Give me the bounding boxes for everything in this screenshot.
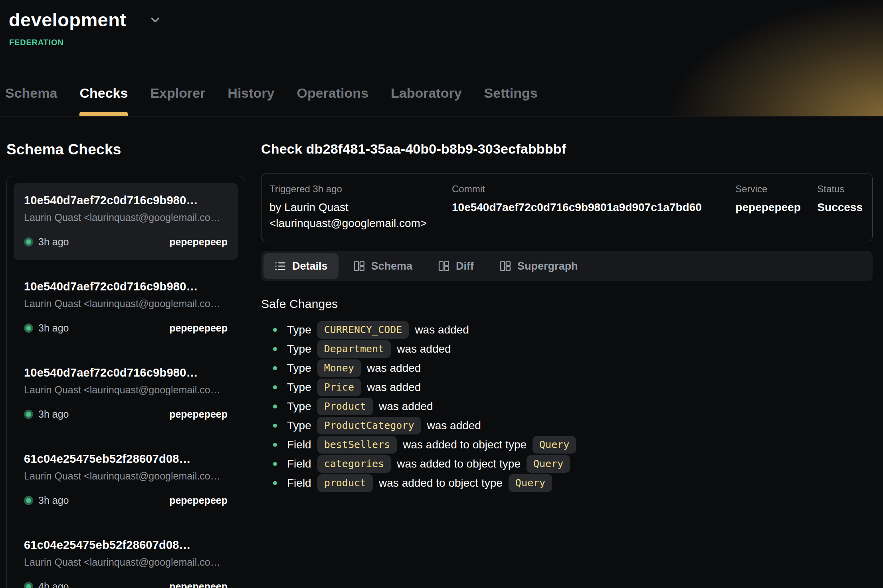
change-text: was added [397,343,451,355]
check-service: pepepepeep [169,236,228,248]
project-type-badge: FEDERATION [9,38,883,47]
change-code-badge: CURRENCY_CODE [317,321,409,339]
view-tab-details[interactable]: Details [263,253,339,279]
change-code-badge: Department [317,340,391,358]
check-time: 3h ago [24,322,69,334]
change-text: Field [287,458,311,470]
check-time-label: 4h ago [38,581,69,588]
bullet-icon [273,347,277,351]
check-id: 10e540d7aef72c0d716c9b980… [24,366,228,379]
nav-tab-checks[interactable]: Checks [79,85,128,116]
bullet-icon [273,328,277,332]
change-code-badge: ProductCategory [317,417,421,434]
change-item: Fieldcategorieswas added to object typeQ… [261,454,873,474]
app-page: development FEDERATION SchemaChecksExplo… [0,0,883,588]
status-dot-icon [24,496,33,505]
bullet-icon [273,404,277,408]
check-service: pepepepeep [169,408,228,420]
view-tab-schema[interactable]: Schema [343,253,424,279]
summary-status-column: Status Success [817,184,863,215]
service-label: Service [735,184,817,195]
change-text: Field [287,477,311,489]
bullet-icon [273,443,277,447]
change-text: was added to object type [403,438,527,451]
commit-label: Commit [452,184,735,195]
check-summary: Triggered 3h ago by Laurin Quast <laurin… [261,174,873,241]
change-item: TypeDepartmentwas added [261,339,873,359]
view-tab-diff[interactable]: Diff [427,253,485,279]
main-panel: Check db28f481-35aa-40b0-b8b9-303ecfabbb… [261,116,873,588]
check-list-item[interactable]: 10e540d7aef72c0d716c9b980… Laurin Quast … [14,355,238,432]
changes-list: TypeCURRENCY_CODEwas added TypeDepartmen… [261,320,873,493]
check-list-item[interactable]: 61c04e25475eb52f28607d08… Laurin Quast <… [14,442,238,518]
check-author: Laurin Quast <laurinquast@googlemail.co… [24,384,228,396]
check-meta: 4h ago pepepepeep [24,581,228,588]
nav-tab-history[interactable]: History [228,85,274,116]
change-code-badge: product [317,474,373,492]
project-title-row: development [0,0,883,31]
change-text: Type [287,343,311,355]
check-list-item[interactable]: 61c04e25475eb52f28607d08… Laurin Quast <… [14,528,238,588]
triggered-by: by Laurin Quast [269,199,452,215]
check-title: Check db28f481-35aa-40b0-b8b9-303ecfabbb… [261,141,873,157]
check-time-label: 3h ago [38,236,69,248]
nav-tab-explorer[interactable]: Explorer [150,85,205,116]
change-text: Type [287,400,311,413]
status-value: Success [817,199,863,215]
chevron-down-icon[interactable] [148,13,162,27]
check-time: 3h ago [24,236,69,248]
view-tab-supergraph[interactable]: Supergraph [489,253,589,279]
content: Schema Checks 10e540d7aef72c0d716c9b980…… [0,116,883,588]
change-code-badge: Money [317,359,361,377]
change-code-badge: Query [509,474,552,492]
nav-tab-settings[interactable]: Settings [484,85,538,116]
status-dot-icon [24,237,33,247]
check-meta: 3h ago pepepepeep [24,236,228,248]
change-code-badge: Price [317,379,361,396]
check-service: pepepepeep [169,322,228,334]
view-tab-label: Details [292,260,328,272]
header: development FEDERATION SchemaChecksExplo… [0,0,883,116]
nav-tab-laboratory[interactable]: Laboratory [391,85,462,116]
sidebar: Schema Checks 10e540d7aef72c0d716c9b980…… [6,116,245,588]
check-id: 61c04e25475eb52f28607d08… [24,452,228,466]
check-meta: 3h ago pepepepeep [24,322,228,334]
check-list: 10e540d7aef72c0d716c9b980… Laurin Quast … [6,176,245,588]
status-dot-icon [24,582,33,588]
change-item: TypeProductwas added [261,397,873,416]
change-code-badge: categories [317,455,391,473]
nav-tab-operations[interactable]: Operations [297,85,368,116]
view-tab-label: Schema [371,260,413,272]
check-meta: 3h ago pepepepeep [24,408,228,420]
triggered-label: Triggered 3h ago [269,184,452,195]
change-text: Type [287,362,311,375]
triggered-email: <laurinquast@googlemail.com> [269,215,452,231]
change-item: Fieldproductwas added to object typeQuer… [261,474,873,493]
columns-icon [438,260,450,272]
change-text: was added [379,400,433,413]
change-item: TypeProductCategorywas added [261,416,873,435]
check-meta: 3h ago pepepepeep [24,495,228,506]
section-title: Safe Changes [261,297,873,311]
project-title: development [9,9,126,31]
check-service: pepepepeep [169,495,228,506]
change-text: was added to object type [397,458,521,470]
summary-commit-column: Commit 10e540d7aef72c0d716c9b9801a9d907c… [452,184,735,215]
check-author: Laurin Quast <laurinquast@googlemail.co… [24,470,228,482]
list-icon [274,260,286,272]
bullet-icon [273,462,277,466]
bullet-icon [273,366,277,370]
check-time-label: 3h ago [38,322,69,334]
check-list-item[interactable]: 10e540d7aef72c0d716c9b980… Laurin Quast … [14,269,238,346]
change-code-badge: bestSellers [317,436,397,454]
check-list-item[interactable]: 10e540d7aef72c0d716c9b980… Laurin Quast … [14,183,238,260]
check-author: Laurin Quast <laurinquast@googlemail.co… [24,556,228,568]
change-item: FieldbestSellerswas added to object type… [261,435,873,454]
check-time: 3h ago [24,408,69,420]
check-time: 4h ago [24,581,69,588]
status-dot-icon [24,324,33,333]
nav-tab-schema[interactable]: Schema [5,85,57,116]
change-item: TypeCURRENCY_CODEwas added [261,320,873,339]
check-time-label: 3h ago [38,495,69,506]
summary-service-column: Service pepepepeep [735,184,817,215]
